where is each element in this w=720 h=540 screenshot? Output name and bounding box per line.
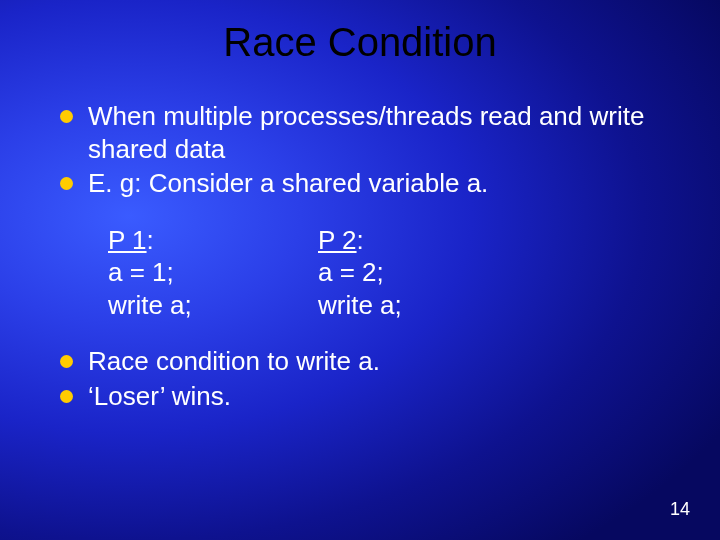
bullet-item: ‘Loser’ wins. [60,380,670,413]
code-line: write a; [108,289,318,322]
slide-content: When multiple processes/threads read and… [60,100,670,414]
slide: Race Condition When multiple processes/t… [0,0,720,540]
code-line: a = 1; [108,256,318,289]
code-label: P 1: [108,224,318,257]
code-label: P 2: [318,224,528,257]
bullet-item: When multiple processes/threads read and… [60,100,670,165]
code-line: a = 2; [318,256,528,289]
code-example: P 1: a = 1; write a; P 2: a = 2; write a… [60,224,670,322]
code-col-p2: P 2: a = 2; write a; [318,224,528,322]
code-line: write a; [318,289,528,322]
page-number: 14 [670,499,690,520]
bullet-item: Race condition to write a. [60,345,670,378]
bullet-item: E. g: Consider a shared variable a. [60,167,670,200]
code-col-p1: P 1: a = 1; write a; [108,224,318,322]
slide-title: Race Condition [0,20,720,65]
